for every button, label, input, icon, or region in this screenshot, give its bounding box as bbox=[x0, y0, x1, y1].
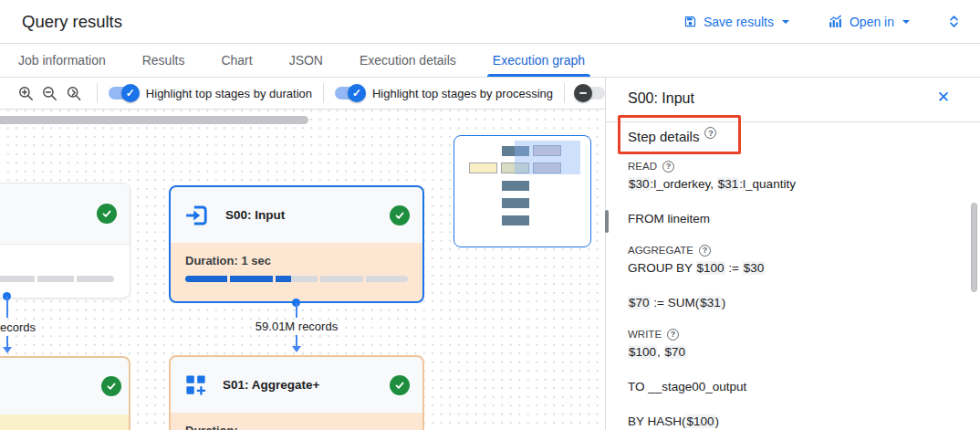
caret-down-icon bbox=[902, 20, 910, 24]
divider-scroll-thumb[interactable] bbox=[605, 210, 609, 233]
step-details-body: READ?$30:l_orderkey, $31:l_quantityFROM … bbox=[628, 160, 949, 429]
step-detail-line: $70 := SUM($31) bbox=[628, 295, 949, 310]
edge-line bbox=[296, 335, 297, 346]
collapse-results-button[interactable] bbox=[941, 9, 967, 34]
zoom-in-button[interactable] bbox=[15, 81, 38, 105]
highlight-duration-toggle[interactable]: ✓ bbox=[109, 87, 138, 100]
tab-results[interactable]: Results bbox=[124, 44, 203, 77]
progress-segment bbox=[185, 276, 227, 282]
toolbar-divider bbox=[97, 83, 98, 103]
edge-arrowhead-icon bbox=[292, 346, 301, 352]
step-section-label: AGGREGATE? bbox=[628, 244, 949, 257]
open-in-button[interactable]: Open in bbox=[820, 8, 917, 35]
graph-toolbar: ✓ Highlight top stages by duration ✓ Hig… bbox=[0, 78, 605, 110]
zoom-out-button[interactable] bbox=[38, 81, 62, 105]
progress-segment bbox=[276, 276, 318, 282]
step-details-heading: Step details? bbox=[628, 127, 716, 144]
stage-node-partial-bottom[interactable] bbox=[0, 356, 130, 430]
highlight-processing-toggle[interactable]: ✓ bbox=[335, 87, 364, 100]
help-icon[interactable]: ? bbox=[704, 127, 716, 139]
execution-graph-canvas[interactable]: ecords S00: Input Duratio bbox=[0, 110, 605, 430]
stage-duration-label: Duration: bbox=[185, 424, 408, 430]
stage-node-s00-input[interactable]: S00: Input Duration: 1 sec bbox=[169, 185, 424, 303]
aggregate-stage-icon bbox=[183, 372, 208, 397]
horizontal-scrollbar[interactable] bbox=[0, 116, 308, 124]
step-detail-line: TO __stage00_output bbox=[628, 379, 949, 394]
minimap-stage-rect bbox=[502, 215, 529, 225]
stage-node-header: S01: Aggregate+ bbox=[171, 357, 422, 413]
stage-node-title: S01: Aggregate+ bbox=[223, 378, 319, 392]
toggle-thumb bbox=[574, 84, 592, 102]
graph-minimap[interactable] bbox=[454, 135, 591, 247]
tab-label: Execution details bbox=[360, 53, 456, 68]
header: Query results Save results Open in bbox=[0, 0, 980, 44]
edge-arrowhead-icon bbox=[3, 347, 12, 353]
toolbar-divider bbox=[323, 83, 324, 103]
chart-icon bbox=[828, 14, 843, 29]
tab-label: Execution graph bbox=[493, 53, 585, 68]
check-circle-icon bbox=[97, 204, 117, 224]
help-icon[interactable]: ? bbox=[699, 245, 711, 257]
stage-node-partial-top[interactable] bbox=[0, 183, 130, 299]
zoom-reset-button[interactable] bbox=[62, 81, 86, 105]
stage-duration-section: Duration: 1 sec bbox=[171, 243, 422, 282]
extra-toggle[interactable] bbox=[576, 87, 605, 100]
results-tab-bar: Job informationResultsChartJSONExecution… bbox=[0, 44, 980, 78]
save-icon bbox=[683, 15, 697, 28]
progress-segment bbox=[37, 276, 75, 282]
step-detail-line: BY HASH($100) bbox=[628, 414, 949, 429]
stage-node-header bbox=[0, 358, 129, 414]
tab-label: Job information bbox=[18, 53, 106, 68]
stage-duration-label: Duration: 1 sec bbox=[185, 254, 408, 267]
progress-segment bbox=[230, 276, 272, 282]
panel-title: S00: Input bbox=[628, 90, 694, 107]
stage-progress-bar bbox=[185, 276, 408, 282]
progress-segment bbox=[0, 276, 35, 282]
header-actions: Save results Open in bbox=[676, 8, 967, 35]
minimap-stage-rect bbox=[502, 181, 529, 191]
toggle-thumb: ✓ bbox=[121, 84, 140, 102]
stage-node-header: S00: Input bbox=[171, 187, 422, 243]
panel-vertical-scrollbar[interactable] bbox=[971, 203, 977, 292]
edge-record-count-label: 59.01M records bbox=[169, 320, 424, 333]
tab-json[interactable]: JSON bbox=[271, 44, 341, 77]
progress-segment bbox=[320, 276, 362, 282]
stage-progress-bar bbox=[0, 276, 114, 282]
toggle-thumb: ✓ bbox=[348, 84, 366, 102]
input-stage-icon bbox=[183, 202, 211, 229]
toolbar-divider bbox=[564, 83, 565, 103]
minimap-stage-rect bbox=[502, 198, 529, 208]
step-detail-line: FROM lineitem bbox=[628, 211, 949, 226]
check-circle-icon bbox=[101, 376, 121, 396]
highlight-processing-label: Highlight top stages by processing bbox=[372, 87, 553, 100]
step-detail-line: GROUP BY $100 := $30 bbox=[628, 260, 949, 276]
check-circle-icon bbox=[390, 205, 410, 225]
tab-execution-details[interactable]: Execution details bbox=[341, 44, 474, 77]
save-results-button[interactable]: Save results bbox=[676, 9, 797, 35]
step-section-label: READ? bbox=[628, 160, 949, 173]
progress-segment bbox=[77, 276, 114, 282]
step-section-label: WRITE? bbox=[628, 328, 949, 341]
edge-record-count-label: ecords bbox=[0, 320, 36, 334]
panel-divider bbox=[606, 121, 980, 122]
edge-line bbox=[296, 303, 297, 318]
close-icon[interactable]: ✕ bbox=[937, 89, 950, 105]
help-icon[interactable]: ? bbox=[667, 329, 679, 341]
save-results-label: Save results bbox=[704, 15, 774, 29]
edge-line bbox=[6, 297, 8, 318]
tab-chart[interactable]: Chart bbox=[203, 44, 270, 77]
step-detail-line: $100, $70 bbox=[628, 344, 949, 360]
help-icon[interactable]: ? bbox=[662, 161, 674, 173]
check-circle-icon bbox=[390, 375, 410, 395]
stage-node-s01-aggregate[interactable]: S01: Aggregate+ Duration: bbox=[169, 355, 424, 430]
stage-node-title: S00: Input bbox=[225, 208, 285, 222]
tab-job-information[interactable]: Job information bbox=[0, 44, 124, 77]
query-results-window: Query results Save results Open in bbox=[0, 0, 980, 430]
progress-segment bbox=[366, 276, 408, 282]
tab-label: Results bbox=[142, 53, 185, 68]
minimap-stage-rect bbox=[469, 163, 497, 173]
caret-down-icon bbox=[782, 20, 789, 24]
minimap-viewport[interactable] bbox=[515, 141, 580, 174]
step-detail-line: $30:l_orderkey, $31:l_quantity bbox=[628, 176, 949, 192]
tab-execution-graph[interactable]: Execution graph bbox=[474, 44, 603, 77]
